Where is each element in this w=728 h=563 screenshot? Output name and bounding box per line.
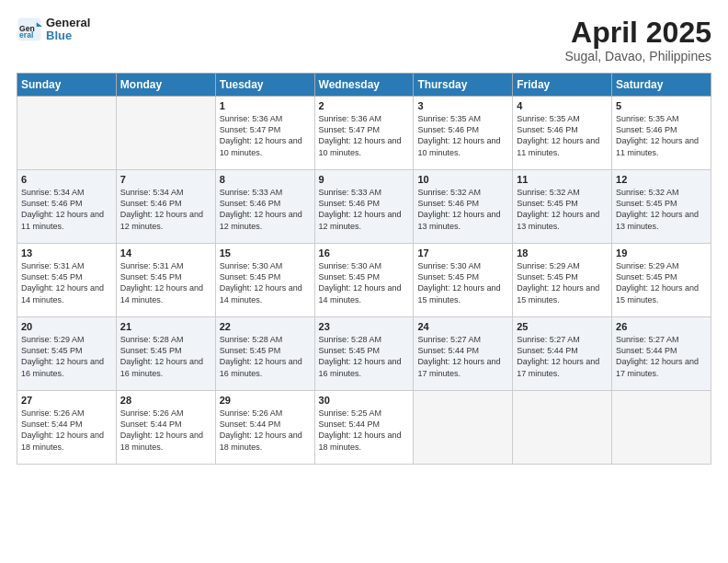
day-number: 4 [517,100,608,111]
day-number: 21 [120,321,211,332]
table-row: 6Sunrise: 5:34 AM Sunset: 5:46 PM Daylig… [17,170,117,244]
day-info: Sunrise: 5:28 AM Sunset: 5:45 PM Dayligh… [220,334,311,379]
day-number: 11 [517,174,608,185]
table-row: 30Sunrise: 5:25 AM Sunset: 5:44 PM Dayli… [314,391,414,465]
day-number: 25 [517,321,608,332]
table-row [612,391,711,465]
day-info: Sunrise: 5:33 AM Sunset: 5:46 PM Dayligh… [319,187,410,232]
table-row: 20Sunrise: 5:29 AM Sunset: 5:45 PM Dayli… [17,317,117,391]
day-number: 19 [616,247,707,259]
day-info: Sunrise: 5:26 AM Sunset: 5:44 PM Dayligh… [21,408,112,453]
header-thursday: Thursday [414,74,513,97]
day-info: Sunrise: 5:33 AM Sunset: 5:46 PM Dayligh… [220,187,311,232]
day-info: Sunrise: 5:31 AM Sunset: 5:45 PM Dayligh… [21,260,112,305]
table-row: 15Sunrise: 5:30 AM Sunset: 5:45 PM Dayli… [215,244,314,317]
table-row: 5Sunrise: 5:35 AM Sunset: 5:46 PM Daylig… [612,97,711,170]
day-number: 22 [220,321,311,332]
table-row: 13Sunrise: 5:31 AM Sunset: 5:45 PM Dayli… [17,244,117,317]
calendar-week-row: 27Sunrise: 5:26 AM Sunset: 5:44 PM Dayli… [17,391,711,465]
day-number: 20 [21,321,112,332]
day-info: Sunrise: 5:29 AM Sunset: 5:45 PM Dayligh… [21,334,112,379]
day-number: 17 [417,247,508,259]
day-number: 13 [21,247,112,259]
calendar-header-row: Sunday Monday Tuesday Wednesday Thursday… [17,74,711,97]
table-row: 25Sunrise: 5:27 AM Sunset: 5:44 PM Dayli… [513,317,612,391]
day-number: 16 [319,247,410,259]
table-row [116,97,215,170]
day-info: Sunrise: 5:36 AM Sunset: 5:47 PM Dayligh… [319,113,410,158]
day-info: Sunrise: 5:28 AM Sunset: 5:45 PM Dayligh… [120,334,211,379]
day-info: Sunrise: 5:32 AM Sunset: 5:45 PM Dayligh… [517,187,608,232]
calendar-table: Sunday Monday Tuesday Wednesday Thursday… [17,73,711,465]
table-row [513,391,612,465]
day-info: Sunrise: 5:26 AM Sunset: 5:44 PM Dayligh… [220,408,311,453]
day-info: Sunrise: 5:35 AM Sunset: 5:46 PM Dayligh… [517,113,608,158]
day-number: 15 [220,247,311,259]
table-row: 7Sunrise: 5:34 AM Sunset: 5:46 PM Daylig… [116,170,215,244]
logo-text-general: General [46,16,90,29]
day-info: Sunrise: 5:30 AM Sunset: 5:45 PM Dayligh… [319,260,410,305]
table-row: 26Sunrise: 5:27 AM Sunset: 5:44 PM Dayli… [612,317,711,391]
day-number: 6 [21,174,112,185]
header-sunday: Sunday [17,74,117,97]
day-number: 10 [417,174,508,185]
svg-text:eral: eral [19,31,33,40]
table-row: 4Sunrise: 5:35 AM Sunset: 5:46 PM Daylig… [513,97,612,170]
day-number: 28 [120,395,211,406]
table-row: 22Sunrise: 5:28 AM Sunset: 5:45 PM Dayli… [215,317,314,391]
day-info: Sunrise: 5:29 AM Sunset: 5:45 PM Dayligh… [616,260,707,305]
table-row: 28Sunrise: 5:26 AM Sunset: 5:44 PM Dayli… [116,391,215,465]
day-number: 1 [220,100,311,111]
day-info: Sunrise: 5:30 AM Sunset: 5:45 PM Dayligh… [220,260,311,305]
day-info: Sunrise: 5:31 AM Sunset: 5:45 PM Dayligh… [120,260,211,305]
day-number: 12 [616,174,707,185]
calendar-week-row: 1Sunrise: 5:36 AM Sunset: 5:47 PM Daylig… [17,97,711,170]
day-info: Sunrise: 5:29 AM Sunset: 5:45 PM Dayligh… [517,260,608,305]
day-number: 14 [120,247,211,259]
table-row: 14Sunrise: 5:31 AM Sunset: 5:45 PM Dayli… [116,244,215,317]
calendar-week-row: 6Sunrise: 5:34 AM Sunset: 5:46 PM Daylig… [17,170,711,244]
table-row: 9Sunrise: 5:33 AM Sunset: 5:46 PM Daylig… [314,170,414,244]
day-number: 3 [417,100,508,111]
table-row: 2Sunrise: 5:36 AM Sunset: 5:47 PM Daylig… [314,97,414,170]
table-row [414,391,513,465]
day-info: Sunrise: 5:27 AM Sunset: 5:44 PM Dayligh… [417,334,508,379]
header-saturday: Saturday [612,74,711,97]
day-number: 27 [21,395,112,406]
day-info: Sunrise: 5:34 AM Sunset: 5:46 PM Dayligh… [21,187,112,232]
table-row: 19Sunrise: 5:29 AM Sunset: 5:45 PM Dayli… [612,244,711,317]
table-row: 27Sunrise: 5:26 AM Sunset: 5:44 PM Dayli… [17,391,117,465]
day-info: Sunrise: 5:30 AM Sunset: 5:45 PM Dayligh… [417,260,508,305]
day-info: Sunrise: 5:32 AM Sunset: 5:46 PM Dayligh… [417,187,508,232]
title-block: April 2025 Sugal, Davao, Philippines [564,17,711,63]
table-row: 18Sunrise: 5:29 AM Sunset: 5:45 PM Dayli… [513,244,612,317]
table-row: 8Sunrise: 5:33 AM Sunset: 5:46 PM Daylig… [215,170,314,244]
day-number: 30 [319,395,410,406]
day-info: Sunrise: 5:25 AM Sunset: 5:44 PM Dayligh… [319,408,410,453]
day-info: Sunrise: 5:27 AM Sunset: 5:44 PM Dayligh… [616,334,707,379]
logo: Gen eral General Blue [17,17,90,43]
table-row: 23Sunrise: 5:28 AM Sunset: 5:45 PM Dayli… [314,317,414,391]
header-tuesday: Tuesday [215,74,314,97]
day-info: Sunrise: 5:35 AM Sunset: 5:46 PM Dayligh… [417,113,508,158]
day-number: 9 [319,174,410,185]
calendar-week-row: 20Sunrise: 5:29 AM Sunset: 5:45 PM Dayli… [17,317,711,391]
header-wednesday: Wednesday [314,74,414,97]
table-row: 10Sunrise: 5:32 AM Sunset: 5:46 PM Dayli… [414,170,513,244]
day-number: 8 [220,174,311,185]
day-info: Sunrise: 5:26 AM Sunset: 5:44 PM Dayligh… [120,408,211,453]
day-number: 26 [616,321,707,332]
day-info: Sunrise: 5:28 AM Sunset: 5:45 PM Dayligh… [319,334,410,379]
day-number: 5 [616,100,707,111]
table-row: 17Sunrise: 5:30 AM Sunset: 5:45 PM Dayli… [414,244,513,317]
header-monday: Monday [116,74,215,97]
day-info: Sunrise: 5:36 AM Sunset: 5:47 PM Dayligh… [220,113,311,158]
table-row: 29Sunrise: 5:26 AM Sunset: 5:44 PM Dayli… [215,391,314,465]
table-row: 16Sunrise: 5:30 AM Sunset: 5:45 PM Dayli… [314,244,414,317]
day-number: 29 [220,395,311,406]
day-number: 7 [120,174,211,185]
day-info: Sunrise: 5:35 AM Sunset: 5:46 PM Dayligh… [616,113,707,158]
day-info: Sunrise: 5:32 AM Sunset: 5:45 PM Dayligh… [616,187,707,232]
day-number: 18 [517,247,608,259]
logo-icon: Gen eral [17,17,42,42]
